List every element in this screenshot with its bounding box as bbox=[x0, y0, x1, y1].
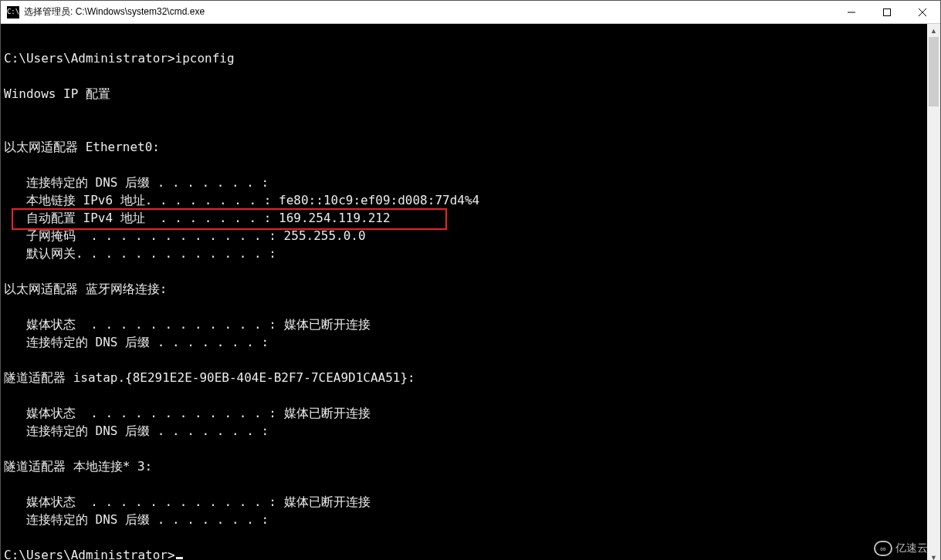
maximize-button[interactable] bbox=[869, 1, 905, 24]
watermark: ∞ 亿速云 bbox=[874, 541, 928, 556]
titlebar[interactable]: C:\ 选择管理员: C:\Windows\system32\cmd.exe bbox=[1, 1, 940, 24]
terminal-line: 隧道适配器 isatap.{8E291E2E-90EB-404E-B2F7-7C… bbox=[4, 369, 927, 386]
terminal-line bbox=[4, 298, 927, 315]
minimize-button[interactable] bbox=[834, 1, 869, 24]
terminal-line-highlighted: 自动配置 IPv4 地址 . . . . . . . : 169.254.119… bbox=[4, 209, 927, 227]
terminal-line bbox=[4, 440, 927, 457]
terminal-output[interactable]: C:\Users\Administrator>ipconfig Windows … bbox=[1, 24, 927, 560]
scroll-down-button[interactable]: ▼ bbox=[927, 551, 940, 560]
window-title: 选择管理员: C:\Windows\system32\cmd.exe bbox=[24, 5, 205, 19]
terminal-line bbox=[4, 262, 927, 280]
terminal-line: 以太网适配器 Ethernet0: bbox=[4, 138, 927, 156]
terminal-line bbox=[4, 103, 927, 120]
terminal-line: 媒体状态 . . . . . . . . . . . . : 媒体已断开连接 bbox=[4, 404, 927, 422]
watermark-text: 亿速云 bbox=[895, 541, 928, 555]
terminal-line: 连接特定的 DNS 后缀 . . . . . . . : bbox=[4, 174, 927, 191]
terminal-line bbox=[4, 120, 927, 138]
terminal-line: 子网掩码 . . . . . . . . . . . . : 255.255.0… bbox=[4, 227, 927, 245]
terminal-line: 以太网适配器 蓝牙网络连接: bbox=[4, 280, 927, 298]
terminal-line: C:\Users\Administrator> bbox=[4, 546, 927, 560]
terminal-line bbox=[4, 475, 927, 493]
terminal-line: 媒体状态 . . . . . . . . . . . . : 媒体已断开连接 bbox=[4, 315, 927, 333]
app-icon-text: C:\ bbox=[7, 8, 19, 15]
terminal-line bbox=[4, 156, 927, 174]
cmd-window: C:\ 选择管理员: C:\Windows\system32\cmd.exe C… bbox=[0, 0, 941, 560]
client-area: C:\Users\Administrator>ipconfig Windows … bbox=[1, 24, 940, 560]
terminal-line: 媒体状态 . . . . . . . . . . . . : 媒体已断开连接 bbox=[4, 493, 927, 511]
terminal-line bbox=[4, 351, 927, 369]
terminal-line bbox=[4, 32, 927, 49]
scroll-thumb[interactable] bbox=[929, 37, 939, 106]
scroll-track[interactable] bbox=[927, 37, 940, 551]
close-button[interactable] bbox=[905, 1, 940, 24]
vertical-scrollbar[interactable]: ▲ ▼ bbox=[927, 24, 940, 560]
svg-rect-0 bbox=[884, 8, 891, 15]
terminal-line: C:\Users\Administrator>ipconfig bbox=[4, 49, 927, 67]
terminal-line bbox=[4, 528, 927, 546]
terminal-cursor bbox=[176, 557, 183, 559]
terminal-line: 默认网关. . . . . . . . . . . . . : bbox=[4, 245, 927, 262]
terminal-line bbox=[4, 67, 927, 85]
terminal-line: 连接特定的 DNS 后缀 . . . . . . . : bbox=[4, 333, 927, 351]
terminal-line: 隧道适配器 本地连接* 3: bbox=[4, 457, 927, 475]
scroll-up-button[interactable]: ▲ bbox=[927, 24, 940, 37]
terminal-line: 连接特定的 DNS 后缀 . . . . . . . : bbox=[4, 422, 927, 440]
terminal-line: 连接特定的 DNS 后缀 . . . . . . . : bbox=[4, 511, 927, 528]
app-icon: C:\ bbox=[7, 6, 19, 19]
terminal-line: 本地链接 IPv6 地址. . . . . . . . : fe80::10c9… bbox=[4, 191, 927, 209]
watermark-icon: ∞ bbox=[874, 541, 892, 556]
terminal-line: Windows IP 配置 bbox=[4, 85, 927, 103]
terminal-line bbox=[4, 386, 927, 404]
